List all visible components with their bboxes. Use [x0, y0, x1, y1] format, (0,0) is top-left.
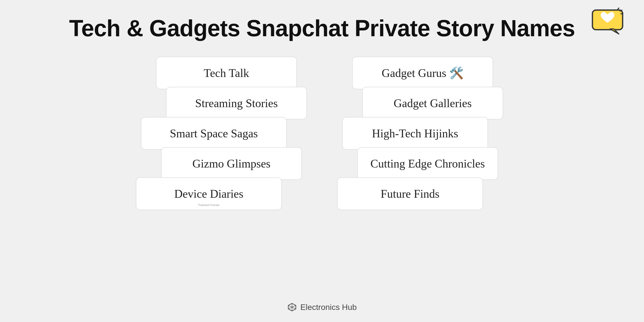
svg-line-2 — [618, 8, 619, 10]
published-label: Published Portraits — [198, 204, 219, 207]
list-item: Future Finds — [337, 177, 483, 210]
list-item: Gadget Gurus 🛠️ — [352, 57, 493, 89]
list-item: Tech Talk — [156, 57, 297, 89]
electronics-hub-icon — [287, 302, 297, 312]
list-item: High-Tech Hijinks — [342, 117, 488, 150]
left-column: Tech Talk Streaming Stories Smart Space … — [136, 57, 307, 210]
list-item: Gadget Galleries — [362, 87, 503, 119]
svg-line-4 — [621, 14, 623, 14]
content-area: Tech Talk Streaming Stories Smart Space … — [0, 57, 644, 210]
list-item: Device Diaries Published Portraits — [136, 177, 282, 210]
right-column: Gadget Gurus 🛠️ Gadget Galleries High-Te… — [337, 57, 508, 210]
list-item: Smart Space Sagas — [141, 117, 287, 150]
logo-icon — [591, 8, 624, 35]
list-item: Cutting Edge Chronicles — [357, 147, 498, 180]
brand-name: Electronics Hub — [300, 303, 357, 312]
page-title: Tech & Gadgets Snapchat Private Story Na… — [0, 0, 644, 52]
list-item: Streaming Stories — [166, 87, 307, 119]
list-item: Gizmo Glimpses — [161, 147, 302, 180]
footer: Electronics Hub — [287, 302, 357, 312]
